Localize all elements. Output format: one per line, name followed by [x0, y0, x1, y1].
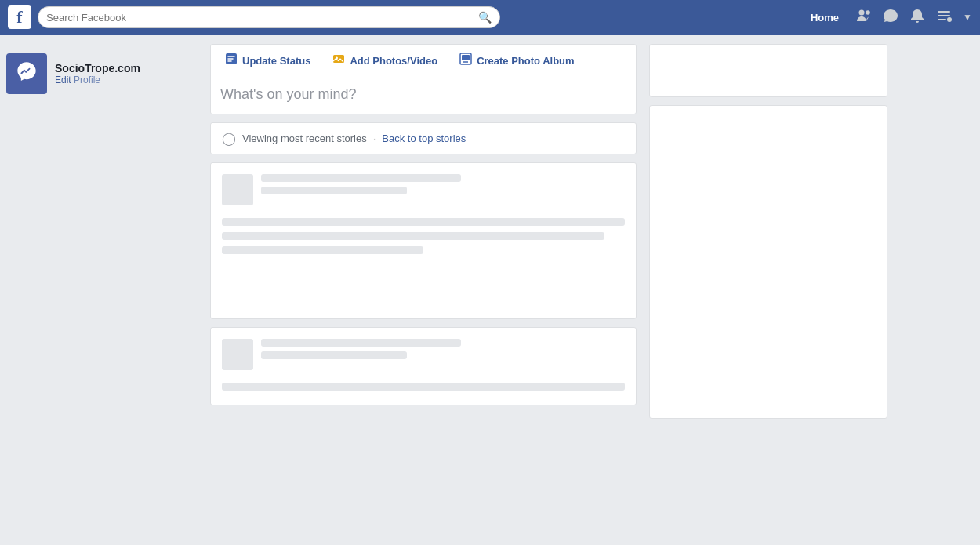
- left-sidebar: SocioTrope.com Edit Profile: [0, 44, 204, 545]
- notifications-icon[interactable]: [909, 8, 925, 27]
- svg-rect-10: [462, 55, 470, 60]
- status-tabs: Update Status Add Photos/Video: [211, 45, 636, 78]
- profile-username[interactable]: SocioTrope.com: [55, 62, 140, 74]
- post-line-1: [222, 383, 625, 391]
- tab-add-photos[interactable]: Add Photos/Video: [321, 45, 448, 78]
- post-username-line: [261, 339, 461, 347]
- home-link[interactable]: Home: [804, 12, 845, 24]
- post-time-line: [261, 187, 407, 194]
- post-time-line: [261, 351, 407, 359]
- svg-point-5: [947, 17, 952, 22]
- svg-point-1: [866, 10, 870, 15]
- search-icon: 🔍: [478, 11, 492, 24]
- tab-create-album[interactable]: Create Photo Album: [448, 45, 585, 78]
- tab-update-status[interactable]: Update Status: [214, 45, 321, 78]
- create-album-icon: [459, 53, 472, 68]
- tab-photos-label: Add Photos/Video: [350, 55, 437, 67]
- post-card-header: [222, 339, 625, 370]
- profile-section: SocioTrope.com Edit Profile: [6, 53, 198, 94]
- viewing-recent-text: Viewing most recent stories: [242, 133, 367, 144]
- post-header-lines: [261, 339, 625, 359]
- messages-icon[interactable]: [883, 8, 898, 27]
- account-icon[interactable]: [936, 8, 952, 27]
- post-body-lines: [222, 218, 625, 254]
- center-feed: Update Status Add Photos/Video: [204, 44, 643, 545]
- status-input-area[interactable]: [211, 78, 636, 114]
- update-status-icon: [225, 53, 238, 68]
- post-avatar: [222, 174, 253, 205]
- svg-point-12: [465, 61, 466, 63]
- main-layout: SocioTrope.com Edit Profile: [0, 0, 980, 545]
- post-line-2: [222, 232, 604, 240]
- svg-point-0: [859, 9, 865, 15]
- search-bar[interactable]: 🔍: [38, 6, 500, 28]
- svg-point-13: [466, 61, 468, 63]
- post-avatar: [222, 339, 253, 370]
- post-card-header: [222, 174, 625, 205]
- add-photos-icon: [332, 53, 345, 68]
- profile-info: SocioTrope.com Edit Profile: [55, 62, 140, 85]
- svg-rect-2: [938, 11, 950, 13]
- svg-rect-4: [938, 19, 946, 20]
- status-input[interactable]: [220, 86, 626, 103]
- tab-update-label: Update Status: [242, 55, 310, 67]
- chevron-down-icon[interactable]: ▼: [963, 12, 972, 23]
- right-panel-top: [649, 44, 887, 97]
- post-header-lines: [261, 174, 625, 194]
- clock-icon: ◯: [222, 131, 236, 146]
- tab-album-label: Create Photo Album: [477, 55, 574, 67]
- right-panel-main: [649, 105, 887, 419]
- post-line-1: [222, 218, 625, 226]
- facebook-logo[interactable]: f: [8, 5, 31, 29]
- svg-rect-3: [938, 15, 950, 16]
- post-username-line: [261, 174, 461, 182]
- profile-avatar[interactable]: [6, 53, 47, 94]
- right-sidebar: [643, 44, 894, 545]
- nav-right-area: Home: [804, 8, 972, 27]
- search-input[interactable]: [46, 12, 478, 24]
- post-body-lines: [222, 383, 625, 391]
- svg-point-11: [463, 61, 465, 63]
- edit-text[interactable]: Edit: [55, 74, 71, 85]
- post-line-3: [222, 246, 423, 254]
- status-box: Update Status Add Photos/Video: [210, 44, 637, 114]
- back-to-top-stories-link[interactable]: Back to top stories: [382, 133, 466, 144]
- friends-icon[interactable]: [856, 8, 872, 27]
- post-card: [210, 162, 637, 319]
- top-navigation: f 🔍 Home: [0, 0, 980, 35]
- post-card: [210, 327, 637, 405]
- profile-text[interactable]: Profile: [74, 74, 100, 85]
- fb-logo-letter: f: [16, 9, 22, 26]
- edit-profile-link[interactable]: Edit Profile: [55, 74, 140, 85]
- messenger-icon: [15, 60, 38, 89]
- stories-bar: ◯ Viewing most recent stories · Back to …: [210, 122, 637, 154]
- separator: ·: [373, 133, 376, 144]
